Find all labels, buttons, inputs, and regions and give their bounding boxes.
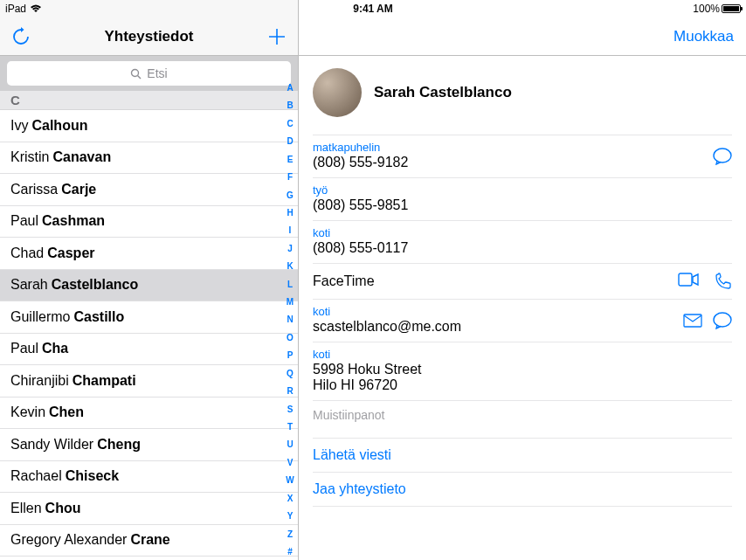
index-letter[interactable]: F [287, 171, 293, 183]
index-letter[interactable]: Y [287, 510, 294, 522]
index-letter[interactable]: D [287, 135, 293, 148]
notes-label: Muistiinpanot [313, 401, 732, 438]
index-letter[interactable]: O [287, 332, 294, 344]
index-letter[interactable]: G [287, 190, 294, 202]
index-letter[interactable]: T [287, 421, 293, 433]
contact-first: Gregory Alexander [10, 532, 127, 548]
contact-first: Paul [10, 213, 38, 229]
email-label: koti [313, 305, 732, 318]
contact-row[interactable]: BenCunningham [0, 557, 298, 560]
contact-row[interactable]: GuillermoCastillo [0, 301, 298, 334]
detail-pane: 9:41 AM 100% Muokkaa Sarah Castelblanco … [299, 0, 746, 560]
index-letter[interactable]: W [286, 474, 294, 487]
index-letter[interactable]: U [287, 439, 293, 451]
index-letter[interactable]: C [287, 118, 293, 130]
contact-first: Paul [10, 341, 38, 356]
phone-value: (808) 555-0117 [313, 240, 732, 256]
contact-first: Rachael [10, 468, 62, 484]
index-letter[interactable]: # [287, 546, 293, 558]
index-letter[interactable]: R [287, 385, 293, 398]
facetime-audio-icon[interactable] [715, 273, 732, 290]
contact-row[interactable]: EllenChou [0, 493, 298, 525]
contact-row[interactable]: ChiranjibiChampati [0, 365, 298, 398]
message-icon[interactable] [713, 148, 732, 165]
contact-row[interactable]: RachaelChiseck [0, 461, 298, 494]
facetime-label: FaceTime [313, 273, 375, 289]
contact-row[interactable]: IvyCalhoun [0, 110, 298, 142]
contact-last: Champati [73, 373, 136, 389]
contact-row[interactable]: Gregory AlexanderCrane [0, 525, 298, 557]
contact-header: Sarah Castelblanco [313, 68, 732, 135]
contact-first: Ellen [10, 501, 42, 516]
phone-label: koti [313, 226, 732, 239]
index-letter[interactable]: L [287, 279, 293, 291]
nav-bar-right: Muokkaa [299, 17, 746, 56]
svg-point-4 [714, 313, 731, 327]
index-letter[interactable]: I [289, 225, 292, 237]
contact-row[interactable]: Sandy WilderCheng [0, 429, 298, 461]
contact-list: C IvyCalhounKristinCanavanCarissaCarjePa… [0, 91, 298, 560]
email-field[interactable]: koti scastelblanco@me.com [313, 300, 732, 342]
index-letter[interactable]: E [287, 154, 294, 166]
contact-row[interactable]: SarahCastelblanco [0, 270, 298, 302]
phone-field[interactable]: koti(808) 555-0117 [313, 221, 732, 264]
index-letter[interactable]: H [287, 207, 293, 219]
address-field[interactable]: koti 5998 Hoku Street Hilo HI 96720 [313, 342, 732, 401]
contact-last: Chou [45, 501, 81, 516]
contact-last: Chen [49, 404, 84, 420]
contact-row[interactable]: PaulCha [0, 334, 298, 366]
contact-last: Castelblanco [52, 277, 139, 293]
svg-rect-3 [684, 315, 701, 327]
index-letter[interactable]: S [287, 404, 294, 416]
contact-last: Castillo [73, 309, 124, 325]
phone-value: (808) 555-9182 [313, 155, 732, 170]
index-letter[interactable]: X [287, 493, 294, 505]
wifi-icon [30, 4, 42, 13]
index-letter[interactable]: M [287, 296, 294, 308]
svg-point-0 [132, 69, 139, 76]
refresh-button[interactable] [9, 24, 33, 49]
contact-last: Calhoun [31, 118, 87, 134]
address-label: koti [313, 348, 732, 361]
phone-field[interactable]: matkapuhelin(808) 555-9182 [313, 135, 732, 178]
search-icon [130, 68, 142, 80]
send-message-button[interactable]: Lähetä viesti [313, 438, 732, 473]
search-bar: Etsi [0, 56, 298, 91]
contact-last: Cha [42, 341, 68, 356]
index-letter[interactable]: Z [287, 529, 293, 541]
alpha-index[interactable]: ABCDEFGHIJKLMNOPQRSTUVWXYZ# [284, 82, 296, 558]
phone-value: (808) 555-9851 [313, 197, 732, 213]
phone-field[interactable]: työ(808) 555-9851 [313, 178, 732, 221]
index-letter[interactable]: Q [287, 368, 294, 380]
facetime-row[interactable]: FaceTime [313, 264, 732, 300]
index-letter[interactable]: K [287, 260, 293, 273]
contact-row[interactable]: KevinChen [0, 398, 298, 430]
contact-row[interactable]: KristinCanavan [0, 142, 298, 175]
contact-detail: Sarah Castelblanco matkapuhelin(808) 555… [299, 56, 746, 560]
battery-status: 100% [693, 3, 741, 15]
contact-first: Carissa [10, 182, 58, 197]
contact-row[interactable]: CarissaCarje [0, 174, 298, 206]
contact-first: Kristin [10, 149, 49, 165]
contact-last: Cheng [97, 437, 141, 453]
contact-row[interactable]: ChadCasper [0, 238, 298, 270]
contact-row[interactable]: PaulCashman [0, 206, 298, 239]
nav-bar-left: Yhteystiedot [0, 17, 298, 56]
add-contact-button[interactable] [265, 24, 289, 49]
index-letter[interactable]: J [287, 243, 293, 255]
index-letter[interactable]: V [287, 457, 294, 469]
facetime-video-icon[interactable] [678, 273, 699, 290]
share-contact-button[interactable]: Jaa yhteystieto [313, 473, 732, 507]
contact-last: Casper [47, 245, 94, 261]
index-letter[interactable]: B [287, 100, 293, 112]
contacts-pane: iPad Yhteystiedot Etsi C IvyCalh [0, 0, 299, 560]
battery-pct: 100% [693, 3, 720, 15]
index-letter[interactable]: N [287, 314, 293, 326]
battery-icon [722, 4, 741, 13]
index-letter[interactable]: P [287, 349, 294, 362]
message-icon[interactable] [713, 312, 732, 329]
search-input[interactable]: Etsi [7, 61, 291, 86]
edit-button[interactable]: Muokkaa [673, 28, 734, 45]
email-icon[interactable] [683, 314, 702, 328]
index-letter[interactable]: A [287, 82, 293, 94]
